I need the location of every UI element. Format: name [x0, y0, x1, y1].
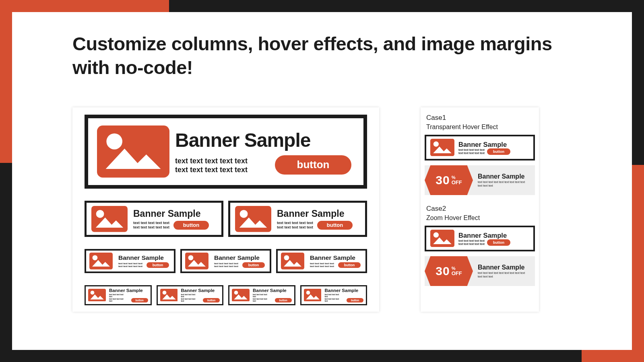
- banner-card[interactable]: Banner Sampletext text text text texttex…: [85, 201, 223, 237]
- banner-text-line: text text text text text: [253, 298, 271, 302]
- banner-text-line: text text text text text: [310, 265, 334, 268]
- banner-button[interactable]: button: [487, 148, 510, 155]
- banner-card[interactable]: Banner Sampletext text text text texttex…: [180, 249, 271, 273]
- banner-card[interactable]: Banner Sampletext text text text texttex…: [425, 226, 535, 251]
- banner-title: Banner Sample: [277, 208, 360, 219]
- promo-banner[interactable]: 30 %OFF Banner Sample text text text tex…: [425, 256, 535, 286]
- banner-card[interactable]: Banner Sampletext text text text texttex…: [276, 249, 367, 273]
- svg-point-23: [433, 232, 439, 238]
- svg-rect-22: [430, 230, 454, 247]
- showcase-row-3: Banner Sampletext text text text texttex…: [85, 249, 367, 273]
- banner-card[interactable]: Banner Sampletext text text text texttex…: [228, 285, 295, 305]
- banner-text-line: text text text text text: [277, 225, 313, 230]
- banner-text-line: text text text text text: [118, 262, 142, 265]
- banner-button[interactable]: button: [487, 239, 510, 246]
- banner-card[interactable]: Banner Sampletext text text text texttex…: [85, 249, 175, 273]
- banner-button[interactable]: button: [242, 262, 265, 268]
- svg-rect-14: [160, 289, 178, 302]
- discount-badge: 30 %OFF: [425, 165, 473, 195]
- banner-card[interactable]: Banner Sampletext text text text texttex…: [157, 285, 224, 305]
- image-placeholder-icon: [160, 289, 178, 302]
- image-placeholder-icon: [235, 206, 271, 232]
- promo-title: Banner Sample: [478, 173, 525, 180]
- image-placeholder-icon: [430, 139, 454, 156]
- discount-number: 30: [436, 264, 450, 278]
- svg-point-19: [306, 291, 310, 295]
- case-subtitle: Transparent Hover Effect: [426, 123, 533, 131]
- discount-number: 30: [436, 173, 450, 187]
- banner-text-line: text text text text text: [325, 294, 343, 298]
- banner-text-line: text text text text text: [310, 262, 334, 265]
- case-label: Case1: [426, 114, 533, 122]
- svg-point-11: [284, 255, 289, 260]
- banner-title: Banner Sample: [118, 254, 171, 261]
- banner-card[interactable]: Banner Sampletext text text text texttex…: [228, 201, 367, 237]
- showcase-row-4: Banner Sampletext text text text texttex…: [85, 285, 367, 305]
- banner-text-line: text text text text text: [109, 298, 127, 302]
- image-placeholder-icon: [232, 289, 250, 302]
- page-title: Customize columns, hover effects, and im…: [72, 32, 592, 80]
- banner-title: Banner Sample: [181, 288, 220, 293]
- banner-title: Banner Sample: [133, 208, 217, 219]
- banner-button[interactable]: button: [317, 221, 353, 230]
- banner-card[interactable]: Banner Sample text text text text text t…: [85, 115, 367, 189]
- svg-point-13: [91, 291, 95, 295]
- promo-text-line: text text text text text text text text …: [478, 271, 525, 275]
- banner-button[interactable]: button: [338, 262, 361, 268]
- banner-card[interactable]: Banner Sampletext text text text texttex…: [425, 135, 535, 160]
- promo-text-line: text text text: [478, 184, 525, 187]
- banner-button[interactable]: button: [347, 298, 363, 302]
- banner-text-line: text text text text text: [118, 265, 142, 268]
- banner-text-line: text text text text text: [175, 165, 248, 175]
- banner-button[interactable]: button: [147, 262, 169, 268]
- svg-rect-2: [91, 206, 128, 232]
- svg-point-15: [162, 291, 166, 295]
- image-placeholder-icon: [430, 230, 454, 247]
- image-placeholder-icon: [304, 289, 322, 302]
- svg-rect-8: [185, 253, 208, 269]
- showcase-row-1: Banner Sample text text text text text t…: [85, 115, 367, 189]
- banner-title: Banner Sample: [458, 232, 510, 239]
- banner-button[interactable]: button: [203, 298, 220, 302]
- banner-text-line: text text text text text: [458, 148, 485, 152]
- banner-button[interactable]: button: [275, 155, 351, 175]
- banner-title: Banner Sample: [310, 254, 362, 261]
- svg-point-21: [433, 142, 439, 147]
- svg-point-7: [93, 255, 98, 260]
- svg-rect-4: [235, 206, 271, 232]
- discount-off: OFF: [452, 180, 462, 185]
- discount-badge: 30 %OFF: [425, 256, 473, 286]
- promo-text-line: text text text: [478, 275, 525, 278]
- svg-rect-16: [232, 289, 250, 302]
- showcase-panel: Banner Sample text text text text text t…: [72, 107, 379, 312]
- banner-text-line: text text text text text: [175, 156, 248, 166]
- banner-card[interactable]: Banner Sampletext text text text texttex…: [85, 285, 152, 305]
- banner-title: Banner Sample: [175, 129, 351, 151]
- banner-text-line: text text text text text: [133, 225, 169, 230]
- banner-text-line: text text text text text: [109, 294, 127, 298]
- case-subtitle: Zoom Hover Effect: [426, 214, 533, 222]
- promo-banner[interactable]: 30 %OFF Banner Sample text text text tex…: [425, 165, 535, 195]
- svg-rect-12: [88, 289, 106, 302]
- image-placeholder-icon: [281, 253, 304, 269]
- banner-text-line: text text text text text: [181, 298, 199, 302]
- banner-text-line: text text text text text: [458, 152, 485, 155]
- banner-button[interactable]: button: [173, 221, 209, 230]
- banner-text-line: text text text text text: [133, 221, 169, 225]
- page-surface: Customize columns, hover effects, and im…: [12, 12, 632, 350]
- banner-title: Banner Sample: [214, 254, 266, 261]
- image-placeholder-icon: [89, 253, 113, 269]
- svg-rect-20: [430, 139, 454, 156]
- banner-text-line: text text text text text: [458, 243, 485, 246]
- image-placeholder-icon: [88, 289, 106, 302]
- discount-off: OFF: [452, 271, 462, 276]
- banner-title: Banner Sample: [458, 141, 510, 148]
- svg-rect-0: [97, 125, 169, 178]
- banner-card[interactable]: Banner Sampletext text text text texttex…: [300, 285, 367, 305]
- svg-rect-10: [281, 253, 304, 269]
- svg-point-17: [234, 291, 238, 295]
- banner-text-line: text text text text text: [458, 239, 485, 243]
- banner-button[interactable]: button: [275, 298, 292, 302]
- banner-button[interactable]: button: [131, 298, 148, 302]
- svg-point-1: [106, 134, 122, 150]
